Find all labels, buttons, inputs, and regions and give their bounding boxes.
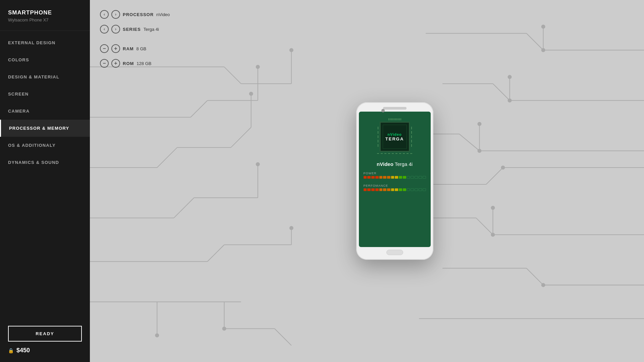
sidebar-nav: EXTERNAL DESIGN COLORS DESIGN & MATERIAL… <box>0 31 90 318</box>
sidebar-item-dynamics[interactable]: DYNAMICS & SOUND <box>0 154 90 171</box>
processor-row: ‹ › PROCESSOR nVideo <box>100 10 170 19</box>
sidebar-item-design-material[interactable]: DESIGN & MATERIAL <box>0 68 90 85</box>
ram-decrease-button[interactable]: − <box>100 44 109 53</box>
svg-point-65 <box>222 327 226 330</box>
chip-pin <box>390 118 390 120</box>
processor-prev-button[interactable]: ‹ <box>100 10 109 19</box>
bar-segment <box>383 188 386 191</box>
svg-point-46 <box>290 226 293 230</box>
chip-pin-right <box>411 131 412 134</box>
phone-body: nVideo TERGA <box>356 102 433 260</box>
chip-pin-right <box>411 127 412 129</box>
sidebar-item-processor-memory[interactable]: PROCESSOR & MEMORY <box>0 120 90 137</box>
svg-point-57 <box>542 25 545 28</box>
chip-pin <box>400 118 401 120</box>
performance-bar-track <box>364 188 426 191</box>
bar-segment <box>387 188 390 191</box>
series-value: Terga 4i <box>144 27 159 32</box>
price-row: 🔒 $450 <box>8 347 82 354</box>
chip-pin <box>399 118 400 120</box>
phone-speaker <box>383 107 407 110</box>
sidebar-footer: READY 🔒 $450 <box>0 318 90 362</box>
processor-title: nVideo Terga 4i <box>377 161 413 167</box>
chip-pin <box>381 153 383 154</box>
ram-increase-button[interactable]: + <box>111 44 120 53</box>
svg-point-60 <box>491 206 494 209</box>
chip-pin <box>395 118 396 120</box>
phone-home-button[interactable] <box>386 250 403 255</box>
app-title: SMARTPHONE <box>8 9 82 16</box>
chip-pin <box>399 153 401 154</box>
price-label: $450 <box>16 347 30 354</box>
chip-brand-label: nVideo <box>387 132 401 136</box>
bar-segment <box>423 188 426 191</box>
processor-value: nVideo <box>156 12 170 17</box>
lock-icon: 🔒 <box>8 348 14 353</box>
chip-pin-left <box>378 144 378 147</box>
chip-pin <box>395 153 397 154</box>
rom-increase-button[interactable]: + <box>111 59 120 68</box>
bar-segment <box>391 188 394 191</box>
bar-segment <box>395 176 398 179</box>
bar-segment <box>411 188 414 191</box>
chip-pin-right <box>411 144 412 147</box>
performance-bar-section: PERFOMANCE <box>364 184 426 194</box>
chip-pin <box>398 118 398 120</box>
phone-mockup: nVideo TERGA <box>356 102 433 260</box>
bar-segment <box>391 176 394 179</box>
chip-pins-top <box>388 118 401 120</box>
svg-point-50 <box>501 166 504 169</box>
bar-segment <box>379 188 383 191</box>
sidebar-item-external-design[interactable]: EXTERNAL DESIGN <box>0 34 90 51</box>
bar-segment <box>403 176 406 179</box>
power-bar-section: POWER <box>364 172 426 181</box>
chip-pin <box>391 118 392 120</box>
svg-point-58 <box>508 75 512 79</box>
series-next-button[interactable]: › <box>111 25 120 34</box>
bar-segment <box>423 176 426 179</box>
chip-pin <box>392 118 393 120</box>
chip-pin-left <box>378 140 378 142</box>
sidebar-item-camera[interactable]: CAMERA <box>0 103 90 120</box>
chip-pin-right <box>411 135 412 138</box>
ram-row: − + RAM 8 GB <box>100 44 170 53</box>
rom-decrease-button[interactable]: − <box>100 59 109 68</box>
ram-label: RAM <box>123 46 134 51</box>
bar-segment <box>407 188 410 191</box>
processor-brand: nVideo <box>377 161 393 167</box>
chip-pin <box>377 153 379 154</box>
bar-segment <box>375 176 379 179</box>
processor-next-button[interactable]: › <box>111 10 120 19</box>
series-label: SERIES <box>123 27 141 32</box>
bar-segment <box>367 176 371 179</box>
bar-segment <box>375 188 379 191</box>
chip-pin <box>388 118 389 120</box>
bar-segment <box>415 176 418 179</box>
sidebar-item-colors[interactable]: COLORS <box>0 51 90 68</box>
sidebar-item-os[interactable]: OS & ADDITIONALY <box>0 137 90 154</box>
processor-series: Terga 4i <box>393 161 413 167</box>
chip-pin-left <box>378 131 378 134</box>
chip-pin <box>403 153 405 154</box>
sidebar-header: SMARTPHONE Wylsacom Phone X7 <box>0 0 90 31</box>
chip-pin <box>388 153 390 154</box>
sidebar-item-screen[interactable]: SCREEN <box>0 85 90 103</box>
bar-segment <box>403 188 406 191</box>
svg-point-42 <box>290 49 293 52</box>
series-row: ‹ › SERIES Terga 4i <box>100 25 170 34</box>
chip-pin-left <box>378 135 378 138</box>
chip-pin <box>396 118 397 120</box>
chip-pins-bottom <box>377 153 412 154</box>
bar-segment <box>415 188 418 191</box>
bar-segment <box>407 176 410 179</box>
bar-segment <box>379 176 383 179</box>
bar-segment <box>399 176 402 179</box>
performance-bar-label: PERFOMANCE <box>364 184 426 187</box>
series-prev-button[interactable]: ‹ <box>100 25 109 34</box>
rom-label: ROM <box>123 61 134 66</box>
chip-pin <box>407 153 409 154</box>
power-bar-track <box>364 176 426 179</box>
ready-button[interactable]: READY <box>8 326 82 342</box>
svg-point-52 <box>542 283 545 287</box>
ram-value: 8 GB <box>137 46 147 51</box>
